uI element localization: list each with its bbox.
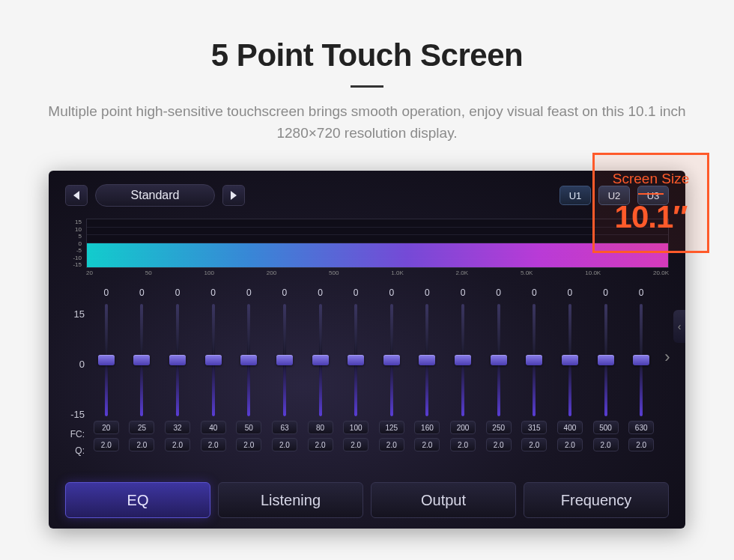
band-fc-chip[interactable]: 50 (236, 421, 261, 434)
band-slider[interactable] (314, 304, 327, 416)
band-q-chip[interactable]: 2.0 (486, 438, 512, 451)
band-slider[interactable] (599, 304, 613, 416)
band-q-chip[interactable]: 2.0 (450, 438, 476, 451)
slider-thumb[interactable] (562, 355, 578, 365)
band-fc-chip[interactable]: 400 (557, 421, 583, 434)
user-preset-u1-button[interactable]: U1 (559, 186, 591, 205)
band-gain-value: 0 (639, 287, 644, 301)
slider-thumb[interactable] (419, 355, 435, 365)
eq-band: 0632.0 (267, 287, 302, 456)
triangle-left-icon (73, 191, 80, 200)
y-tick: 15 (67, 219, 82, 225)
band-q-chip[interactable]: 2.0 (165, 438, 190, 451)
band-q-chip[interactable]: 2.0 (557, 438, 583, 451)
band-gain-value: 0 (532, 287, 537, 301)
band-fc-chip[interactable]: 250 (486, 421, 512, 434)
tab-frequency[interactable]: Frequency (524, 482, 669, 518)
band-q-chip[interactable]: 2.0 (236, 438, 261, 451)
band-fc-chip[interactable]: 160 (414, 421, 440, 434)
x-tick: 500 (329, 270, 339, 276)
band-slider[interactable] (171, 304, 184, 416)
band-q-chip[interactable]: 2.0 (379, 438, 404, 451)
slider-thumb[interactable] (98, 355, 115, 365)
eq-band: 05002.0 (589, 287, 623, 456)
fc-label: FC: (70, 429, 85, 439)
band-fc-chip[interactable]: 25 (129, 421, 154, 434)
band-slider[interactable] (420, 304, 434, 416)
slider-thumb[interactable] (455, 355, 471, 365)
band-fc-chip[interactable]: 200 (450, 421, 476, 434)
band-q-chip[interactable]: 2.0 (343, 438, 368, 451)
band-q-chip[interactable]: 2.0 (593, 438, 619, 451)
slider-thumb[interactable] (312, 355, 329, 365)
band-q-chip[interactable]: 2.0 (628, 438, 654, 451)
preset-prev-button[interactable] (65, 185, 88, 206)
band-fc-chip[interactable]: 40 (201, 421, 226, 434)
band-gain-value: 0 (461, 287, 466, 301)
band-slider[interactable] (278, 304, 291, 416)
band-fc-chip[interactable]: 500 (593, 421, 619, 434)
band-slider[interactable] (349, 304, 363, 416)
band-slider[interactable] (135, 304, 148, 416)
band-q-chip[interactable]: 2.0 (521, 438, 547, 451)
band-slider[interactable] (527, 304, 541, 416)
side-panel-toggle[interactable]: ‹ (673, 310, 685, 343)
band-gain-value: 0 (318, 287, 323, 301)
tab-listening[interactable]: Listening (218, 482, 363, 518)
slider-thumb[interactable] (133, 355, 150, 365)
slider-thumb[interactable] (633, 355, 649, 365)
x-tick: 100 (204, 270, 214, 276)
eq-band: 01602.0 (410, 287, 445, 456)
band-fc-chip[interactable]: 32 (165, 421, 190, 434)
band-q-chip[interactable]: 2.0 (129, 438, 154, 451)
slider-thumb[interactable] (598, 355, 614, 365)
tab-eq[interactable]: EQ (65, 482, 210, 518)
q-label: Q: (75, 445, 85, 456)
band-gain-value: 0 (603, 287, 608, 301)
eq-band: 04002.0 (553, 287, 587, 456)
slider-thumb[interactable] (491, 355, 507, 365)
slider-thumb[interactable] (276, 355, 293, 365)
band-fc-chip[interactable]: 630 (628, 421, 654, 434)
band-slider[interactable] (207, 304, 220, 416)
tab-output[interactable]: Output (371, 482, 516, 518)
preset-next-button[interactable] (222, 185, 245, 206)
band-slider[interactable] (634, 304, 648, 416)
spectrum-fill (87, 243, 668, 267)
band-fc-chip[interactable]: 80 (308, 421, 333, 434)
band-q-chip[interactable]: 2.0 (201, 438, 226, 451)
x-tick: 5.0K (521, 270, 533, 276)
slider-thumb[interactable] (348, 355, 364, 365)
slider-thumb[interactable] (240, 355, 257, 365)
band-q-chip[interactable]: 2.0 (94, 438, 119, 451)
band-fc-chip[interactable]: 100 (343, 421, 368, 434)
band-gain-value: 0 (246, 287, 252, 301)
band-slider[interactable] (492, 304, 506, 416)
band-slider[interactable] (456, 304, 470, 416)
band-q-chip[interactable]: 2.0 (308, 438, 333, 451)
band-fc-chip[interactable]: 63 (272, 421, 297, 434)
scale-mid: 0 (79, 359, 85, 370)
slider-thumb[interactable] (383, 355, 400, 365)
eq-band: 02002.0 (446, 287, 480, 456)
eq-band: 03152.0 (518, 287, 552, 456)
slider-thumb[interactable] (526, 355, 542, 365)
screen-size-badge: Screen Size 10.1″ (592, 153, 709, 253)
slider-thumb[interactable] (205, 355, 222, 365)
band-slider[interactable] (100, 304, 113, 416)
band-slider[interactable] (385, 304, 398, 416)
band-q-chip[interactable]: 2.0 (414, 438, 440, 451)
scale-max: 15 (74, 308, 85, 320)
band-q-chip[interactable]: 2.0 (272, 438, 297, 451)
x-tick: 1.0K (391, 270, 403, 276)
band-fc-chip[interactable]: 315 (521, 421, 547, 434)
badge-label: Screen Size (613, 171, 689, 187)
preset-name-button[interactable]: Standard (95, 184, 215, 207)
band-slider[interactable] (563, 304, 577, 416)
slider-thumb[interactable] (169, 355, 186, 365)
band-fc-chip[interactable]: 20 (94, 421, 119, 434)
eq-band: 01252.0 (374, 287, 409, 456)
band-fc-chip[interactable]: 125 (379, 421, 404, 434)
title-underline (351, 85, 383, 88)
band-slider[interactable] (242, 304, 255, 416)
